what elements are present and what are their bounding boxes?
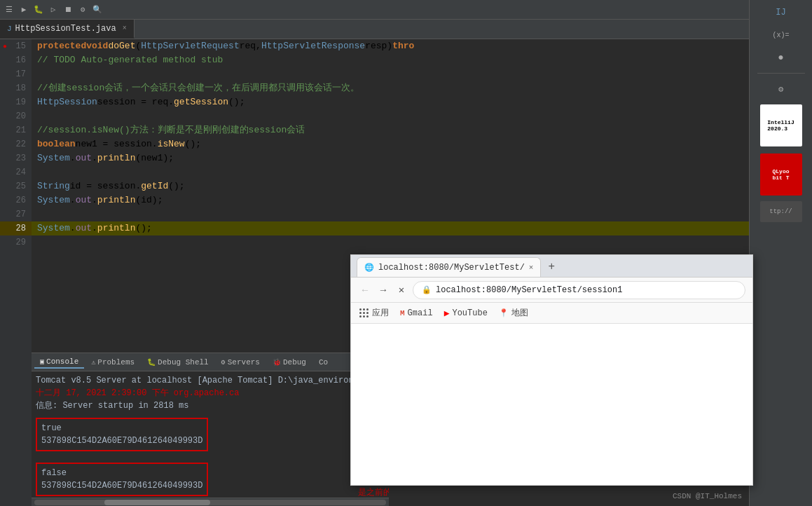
console-tab[interactable]: ▣ Console (34, 356, 84, 369)
bottom-scrollbar[interactable] (32, 498, 389, 506)
maps-icon: 📍 (499, 308, 509, 317)
bookmarks-bar: 应用 M Gmail ▶ YouTube 📍 地图 (351, 303, 752, 324)
forward-button[interactable]: → (376, 283, 390, 297)
code-line-18: //创建session会话，一个会话只会创建一次，在后调用都只调用该会话一次。 (32, 81, 812, 95)
gmail-icon: M (400, 309, 405, 317)
apps-grid-icon (359, 308, 369, 318)
run-icon[interactable]: ▷ (47, 4, 60, 16)
debug-shell-tab[interactable]: 🐛 Debug Shell (142, 357, 214, 368)
console-tab-icon: ▣ (40, 357, 44, 366)
browser-tab-active[interactable]: 🌐 localhost:8080/MyServletTest/ × (357, 257, 541, 277)
toolbar-icons: ☰ ▶ 🐛 ▷ ⏹ ⚙ 🔍 (3, 4, 104, 16)
code-line-29 (32, 235, 812, 249)
box1-line1: true (41, 422, 202, 435)
line-number-22: 22 (0, 137, 32, 151)
code-line-24 (32, 165, 812, 179)
problems-tab-icon: ⚠ (91, 358, 95, 367)
tab-close-icon[interactable]: × (123, 25, 127, 32)
line-number-20: 20 (0, 109, 32, 123)
code-line-22: boolean new1 = session.isNew(); (32, 137, 812, 151)
ide-btn-2[interactable]: (x)= (771, 25, 791, 45)
browser-tab-close-icon[interactable]: × (529, 264, 534, 272)
ide-btn-4[interactable]: ⚙ (771, 79, 791, 99)
code-line-19: HttpSession session = req.getSession(); (32, 95, 812, 109)
java-file-icon: J (7, 25, 12, 33)
divider (757, 73, 805, 74)
bookmark-gmail[interactable]: M Gmail (400, 308, 433, 318)
watermark: CSDN @IT_Holmes (673, 492, 742, 500)
youtube-label: YouTube (452, 308, 487, 318)
reload-button[interactable]: ✕ (394, 283, 408, 297)
settings-icon[interactable]: ⚙ (76, 4, 89, 16)
new-tab-button[interactable]: + (545, 257, 558, 277)
right-ide-panel: IJ (x)= ● ⚙ IntelliJ2020.3 QLyoobit T tt… (749, 0, 812, 506)
first-result-section: true 537898C154D2A60E79D461264049993D 第一… (36, 415, 385, 454)
scrollbar-thumb[interactable] (104, 500, 210, 505)
console-content: Tomcat v8.5 Server at localhost [Apache … (32, 371, 389, 498)
box2-line1: false (41, 467, 202, 479)
line-number-16: 16 (0, 53, 32, 67)
line-number-24: 24 (0, 165, 32, 179)
browser-window: 🌐 localhost:8080/MyServletTest/ × + ← → … (350, 254, 753, 486)
toolbar: ☰ ▶ 🐛 ▷ ⏹ ⚙ 🔍 (0, 0, 812, 20)
problems-tab[interactable]: ⚠ Problems (85, 357, 140, 368)
code-line-25: String id = session.getId(); (32, 179, 812, 193)
line-number-25: 25 (0, 179, 32, 193)
co-tab[interactable]: Co (313, 357, 333, 368)
url-text: localhost:8080/MyServletTest/session1 (436, 285, 622, 295)
line-number-19: 19 (0, 95, 32, 109)
bookmark-apps[interactable]: 应用 (359, 307, 389, 319)
intellij-logo: IntelliJ2020.3 (760, 104, 802, 146)
debug-tab[interactable]: 🐞 Debug (267, 357, 312, 368)
lock-icon: 🔒 (422, 285, 432, 294)
url-input[interactable]: 🔒 localhost:8080/MyServletTest/session1 (413, 281, 745, 299)
servers-tab-label: Servers (228, 358, 260, 367)
code-line-27 (32, 207, 812, 221)
bottom-tab-bar: ▣ Console ⚠ Problems 🐛 Debug Shell ⚙ Ser… (32, 353, 389, 371)
stop-icon[interactable]: ⏹ (62, 4, 74, 16)
code-line-28: System.out.println(); (32, 221, 812, 235)
build-icon[interactable]: ▶ (18, 4, 30, 16)
box2-line2: 537898C154D2A60E79D461264049993D (41, 479, 202, 492)
back-button[interactable]: ← (358, 283, 372, 297)
code-line-26: System.out.println(id); (32, 193, 812, 207)
line-number-27: 27 (0, 207, 32, 221)
debug-shell-tab-label: Debug Shell (158, 358, 209, 367)
second-result-box: false 537898C154D2A60E79D461264049993D (36, 463, 208, 496)
box1-line2: 537898C154D2A60E79D461264049993D (41, 435, 202, 447)
console-tab-label: Console (46, 357, 78, 366)
info-line: 信息: Server startup in 2818 ms (36, 399, 385, 412)
code-line-23: System.out.println(new1); (32, 151, 812, 165)
line-number-18: 18 (0, 81, 32, 95)
debug-tab-icon: 🐞 (273, 358, 281, 367)
line-number-17: 17 (0, 67, 32, 81)
maps-label: 地图 (511, 307, 528, 319)
browser-tab-bar: 🌐 localhost:8080/MyServletTest/ × + (351, 255, 752, 278)
tab-label: HttpSessionTest.java (15, 24, 116, 34)
address-bar: ← → ✕ 🔒 localhost:8080/MyServletTest/ses… (351, 278, 752, 303)
ide-btn-3[interactable]: ● (771, 48, 791, 67)
second-result-section: false 537898C154D2A60E79D461264049993D 第… (36, 460, 385, 498)
http-label: ttp:// (760, 201, 802, 222)
browser-content-area (351, 324, 752, 485)
youtube-icon: ▶ (444, 308, 450, 319)
browser-tab-label: localhost:8080/MyServletTest/ (378, 263, 525, 273)
search-icon[interactable]: 🔍 (91, 4, 104, 16)
bookmark-maps[interactable]: 📍 地图 (499, 307, 528, 319)
product-logo: QLyoobit T (760, 153, 802, 196)
servers-tab[interactable]: ⚙ Servers (216, 357, 266, 368)
editor-tab-active[interactable]: J HttpSessionTest.java × (0, 20, 135, 39)
code-line-15: protected void doGet(HttpServletRequest … (32, 39, 812, 53)
first-result-box: true 537898C154D2A60E79D461264049993D (36, 418, 208, 451)
server-line: Tomcat v8.5 Server at localhost [Apache … (36, 374, 385, 387)
tab-bar: J HttpSessionTest.java × (0, 20, 812, 39)
menu-icon[interactable]: ☰ (3, 4, 15, 16)
code-line-16: // TODO Auto-generated method stub (32, 53, 812, 67)
ide-btn-1[interactable]: IJ (771, 3, 791, 22)
line-number-26: 26 (0, 193, 32, 207)
scrollbar-track[interactable] (34, 500, 386, 505)
co-tab-label: Co (319, 358, 328, 367)
debug-shell-tab-icon: 🐛 (147, 358, 156, 367)
debug-icon[interactable]: 🐛 (32, 4, 45, 16)
bookmark-youtube[interactable]: ▶ YouTube (444, 308, 488, 319)
